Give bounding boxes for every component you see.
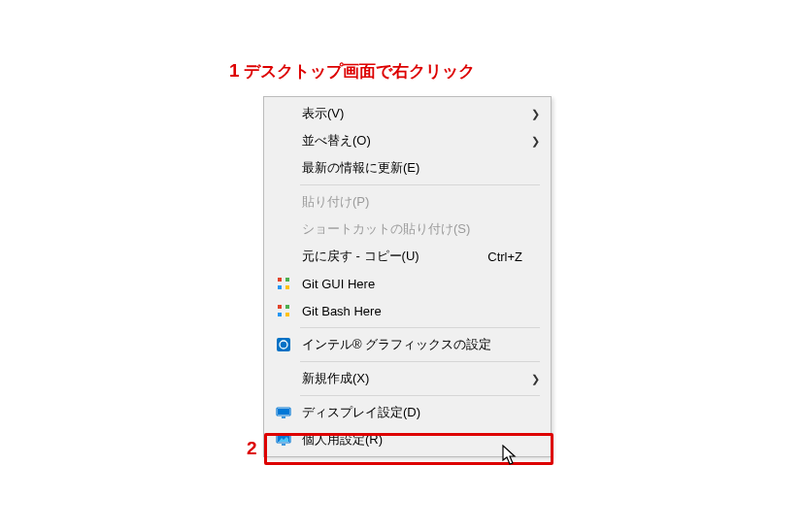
git-icon [273,300,294,321]
intel-icon [273,334,294,355]
svg-rect-2 [278,285,282,289]
annotation-step-2: 2 [247,438,257,459]
menu-item-git-bash[interactable]: Git Bash Here [265,297,550,324]
menu-separator [300,327,540,328]
spacer-icon [273,246,294,267]
menu-label: 貼り付け(P) [302,193,540,211]
spacer-icon [273,191,294,213]
menu-label: ショートカットの貼り付け(S) [302,220,540,238]
menu-item-view[interactable]: 表示(V) ❯ [265,100,550,127]
menu-item-paste: 貼り付け(P) [265,188,550,216]
spacer-icon [273,157,294,179]
git-icon [273,273,294,294]
menu-label: 並べ替え(O) [302,132,530,150]
spacer-icon [273,103,294,124]
chevron-right-icon: ❯ [530,135,540,148]
desktop-context-menu: 表示(V) ❯ 並べ替え(O) ❯ 最新の情報に更新(E) 貼り付け(P) ショ… [263,96,552,457]
annotation-step-1: 1デスクトップ画面で右クリック [229,60,475,83]
annotation-text-1: デスクトップ画面で右クリック [244,62,475,81]
display-icon [273,402,294,423]
menu-separator [300,395,540,396]
menu-item-personalize[interactable]: 個人用設定(R) [265,426,550,453]
svg-rect-8 [277,338,290,351]
menu-label: Git Bash Here [302,304,540,318]
menu-separator [300,184,540,185]
menu-label: ディスプレイ設定(D) [302,404,540,421]
menu-label: Git GUI Here [302,277,540,291]
menu-label: 最新の情報に更新(E) [302,159,540,177]
menu-item-undo[interactable]: 元に戻す - コピー(U) Ctrl+Z [265,243,550,270]
spacer-icon [273,218,294,240]
menu-item-refresh[interactable]: 最新の情報に更新(E) [265,154,550,182]
svg-rect-4 [278,305,282,309]
menu-item-display-settings[interactable]: ディスプレイ設定(D) [265,399,550,426]
menu-item-paste-shortcut: ショートカットの貼り付け(S) [265,216,550,243]
menu-item-git-gui[interactable]: Git GUI Here [265,270,550,297]
chevron-right-icon: ❯ [530,373,540,385]
chevron-right-icon: ❯ [530,108,540,120]
svg-rect-7 [285,313,289,316]
annotation-number-1: 1 [229,60,240,81]
menu-item-intel-graphics[interactable]: インテル® グラフィックスの設定 [265,331,550,358]
menu-item-new[interactable]: 新規作成(X) ❯ [265,365,550,392]
svg-rect-11 [278,409,289,415]
spacer-icon [273,130,294,151]
menu-label: 元に戻す - コピー(U) [302,248,487,265]
menu-label: インテル® グラフィックスの設定 [302,336,540,353]
svg-rect-1 [285,278,289,282]
personalize-icon [273,429,294,450]
annotation-number-2: 2 [247,438,257,458]
svg-rect-5 [285,305,289,309]
svg-rect-3 [285,285,289,289]
svg-rect-0 [278,278,282,282]
menu-label: 新規作成(X) [302,370,530,387]
spacer-icon [273,368,294,389]
menu-label: 個人用設定(R) [302,431,540,449]
menu-label: 表示(V) [302,105,530,122]
menu-item-sort[interactable]: 並べ替え(O) ❯ [265,127,550,154]
svg-rect-6 [278,313,282,316]
menu-shortcut: Ctrl+Z [487,249,522,264]
menu-separator [300,361,540,362]
